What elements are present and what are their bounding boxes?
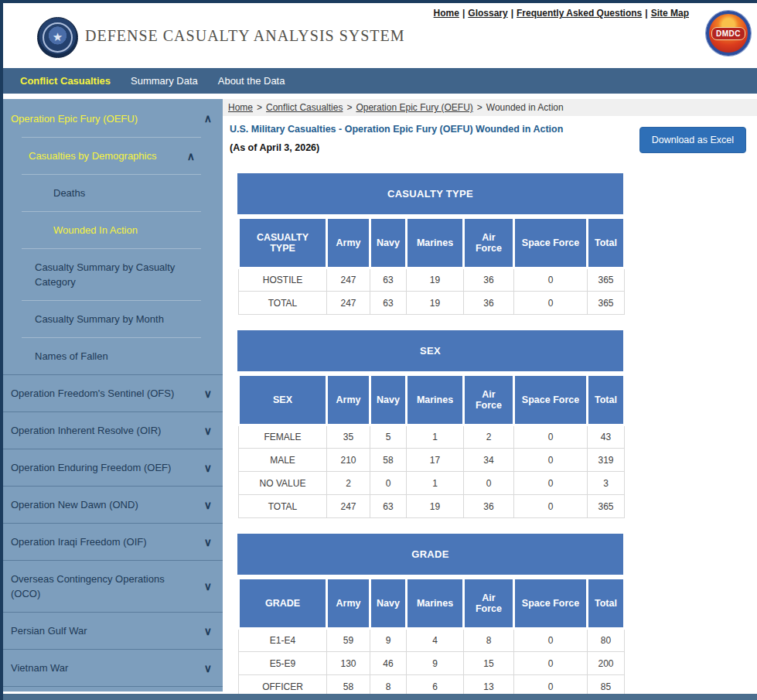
column-header: Space Force: [514, 218, 588, 268]
sidebar-item-oir[interactable]: Operation Inherent Resolve (OIR)∨: [3, 412, 223, 449]
sidebar-item-label: Casualty Summary by Month: [35, 313, 164, 325]
table-grid: SEXArmyNavyMarinesAir ForceSpace ForceTo…: [237, 374, 626, 518]
value-cell: 247: [327, 292, 370, 315]
download-excel-button[interactable]: Download as Excel: [639, 127, 746, 153]
link-separator: |: [642, 8, 650, 19]
sidebar-item-wounded-in-action[interactable]: Wounded In Action: [3, 212, 223, 248]
footer-bar: [3, 694, 757, 700]
value-cell: 0: [370, 472, 407, 495]
sidebar-item-casualties-by-demographics[interactable]: Casualties by Demographics∧: [3, 138, 223, 174]
table-title-bar: GRADE: [237, 534, 623, 575]
util-link-home[interactable]: Home: [434, 8, 459, 19]
sidebar-item-ond[interactable]: Operation New Dawn (OND)∨: [3, 487, 223, 523]
value-cell: 19: [407, 268, 464, 292]
value-cell: 63: [370, 292, 407, 315]
sidebar-item-casualty-summary-by-month[interactable]: Casualty Summary by Month: [3, 301, 223, 337]
table-row: TOTAL2476319360365: [239, 495, 625, 518]
value-cell: 0: [514, 652, 588, 675]
dmdc-logo-icon[interactable]: DMDC: [706, 11, 751, 56]
sidebar-item-vietnam-war[interactable]: Vietnam War∨: [3, 650, 223, 686]
sidebar-item-deaths[interactable]: Deaths: [3, 175, 223, 211]
sidebar-item-label: Casualties by Demographics: [29, 150, 156, 162]
sidebar-item-oif[interactable]: Operation Iraqi Freedom (OIF)∨: [3, 524, 223, 560]
breadcrumb: Home>Conflict Casualties>Operation Epic …: [223, 99, 757, 116]
sidebar-item-label: Operation Freedom's Sentinel (OFS): [11, 388, 174, 399]
column-header: Navy: [370, 218, 407, 268]
value-cell: 319: [588, 449, 625, 472]
chevron-down-icon: ∨: [204, 534, 212, 549]
column-header: Space Force: [514, 375, 588, 425]
breadcrumb-item-operation-epic-fury-oefu-[interactable]: Operation Epic Fury (OEFU): [356, 102, 472, 113]
breadcrumb-item-wounded-in-action: Wounded in Action: [486, 102, 564, 113]
value-cell: 0: [464, 472, 514, 495]
site-header: DEFENSE CASUALTY ANALYSIS SYSTEM Home|Gl…: [3, 3, 757, 68]
as-of-date: (As of April 3, 2026): [230, 142, 563, 153]
data-table-casualty-type: CASUALTY TYPECASUALTY TYPEArmyNavyMarine…: [237, 173, 623, 315]
chevron-down-icon: ∨: [204, 423, 212, 438]
row-label-cell: FEMALE: [239, 425, 327, 449]
sidebar-item-label: Operation Inherent Resolve (OIR): [11, 425, 161, 436]
column-header: Air Force: [464, 375, 514, 425]
value-cell: 34: [464, 449, 514, 472]
value-cell: 15: [464, 652, 514, 675]
chevron-up-icon: ∧: [187, 149, 195, 163]
row-label-cell: TOTAL: [239, 495, 327, 518]
chevron-down-icon: ∨: [204, 661, 212, 675]
sidebar-item-label: Vietnam War: [11, 662, 68, 674]
sidebar-item-oef[interactable]: Operation Enduring Freedom (OEF)∨: [3, 449, 223, 486]
value-cell: 4: [407, 629, 464, 652]
value-cell: 9: [370, 629, 407, 652]
table-row: TOTAL2476319360365: [239, 292, 625, 315]
page: DEFENSE CASUALTY ANALYSIS SYSTEM Home|Gl…: [0, 0, 757, 700]
nav-item-summary-data[interactable]: Summary Data: [131, 75, 198, 87]
nav-item-conflict-casualties[interactable]: Conflict Casualties: [20, 75, 111, 87]
value-cell: 0: [514, 472, 588, 495]
link-separator: |: [459, 8, 468, 19]
breadcrumb-item-home[interactable]: Home: [228, 102, 253, 113]
chevron-down-icon: ∨: [204, 497, 212, 512]
value-cell: 46: [370, 652, 407, 675]
column-header: Marines: [407, 375, 464, 425]
table-title-bar: SEX: [237, 330, 623, 371]
sidebar-item-persian-gulf-war[interactable]: Persian Gulf War∨: [3, 613, 223, 649]
table-grid: CASUALTY TYPEArmyNavyMarinesAir ForceSpa…: [237, 217, 626, 315]
sidebar-item-label: Operation Enduring Freedom (OEF): [11, 462, 171, 473]
sidebar-item-names-of-fallen[interactable]: Names of Fallen: [3, 338, 223, 374]
data-table-sex: SEXSEXArmyNavyMarinesAir ForceSpace Forc…: [237, 330, 623, 518]
table-row: FEMALE35512043: [239, 425, 625, 449]
row-label-cell: MALE: [239, 449, 327, 472]
value-cell: 365: [588, 268, 625, 292]
value-cell: 17: [407, 449, 464, 472]
value-cell: 200: [588, 652, 625, 675]
column-header: GRADE: [239, 579, 327, 629]
sidebar-item-korean-war[interactable]: Korean War∨: [3, 687, 223, 691]
navbar-gap: [3, 94, 757, 99]
column-header: Space Force: [514, 579, 588, 629]
sidebar-nav: Operation Epic Fury (OEFU)∧Casualties by…: [3, 99, 223, 691]
sidebar-item-casualty-summary-by-casualty-category[interactable]: Casualty Summary by Casualty Category: [3, 249, 223, 300]
column-header: SEX: [239, 375, 327, 425]
column-header: CASUALTY TYPE: [239, 218, 327, 268]
value-cell: 63: [370, 495, 407, 518]
util-link-glossary[interactable]: Glossary: [468, 8, 507, 19]
sidebar-item-oco[interactable]: Overseas Contingency Operations (OCO)∨: [3, 561, 223, 612]
nav-item-about-the-data[interactable]: About the Data: [218, 75, 285, 87]
sidebar-item-label: Operation New Dawn (OND): [11, 499, 138, 510]
value-cell: 36: [464, 268, 514, 292]
dod-seal-logo-icon[interactable]: [37, 17, 78, 58]
row-label-cell: E5-E9: [239, 652, 327, 675]
tables-section: CASUALTY TYPECASUALTY TYPEArmyNavyMarine…: [237, 173, 757, 700]
table-row: HOSTILE2476319360365: [239, 268, 625, 292]
sidebar-item-ofs[interactable]: Operation Freedom's Sentinel (OFS)∨: [3, 375, 223, 411]
value-cell: 58: [370, 449, 407, 472]
value-cell: 0: [514, 495, 588, 518]
value-cell: 2: [327, 472, 370, 495]
value-cell: 247: [327, 495, 370, 518]
sidebar-item-oefu[interactable]: Operation Epic Fury (OEFU)∧: [3, 99, 223, 137]
util-link-frequently-asked-questions[interactable]: Frequently Asked Questions: [517, 8, 642, 19]
util-link-site-map[interactable]: Site Map: [651, 8, 689, 19]
breadcrumb-separator: >: [343, 102, 356, 113]
column-header: Air Force: [464, 579, 514, 629]
breadcrumb-separator: >: [253, 102, 266, 113]
breadcrumb-item-conflict-casualties[interactable]: Conflict Casualties: [266, 102, 343, 113]
